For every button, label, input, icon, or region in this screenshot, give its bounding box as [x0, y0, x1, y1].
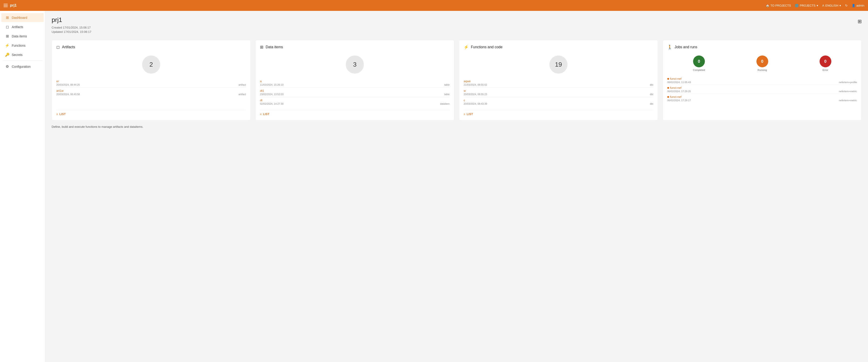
sidebar-item-data-items[interactable]: ⊞ Data items	[1, 32, 44, 40]
artifacts-list-link[interactable]: ≡ LIST	[56, 113, 246, 116]
data-item-date-1: 23/02/2024, 13:52:03	[260, 93, 283, 95]
functions-list-link[interactable]: ≡ LIST	[464, 113, 653, 116]
functions-footer: ≡ LIST	[464, 110, 653, 116]
function-name-1[interactable]: w	[464, 89, 653, 92]
job-item-0: funct-nef 08/02/2024, 11:05:43 nefertem+…	[667, 76, 857, 85]
user-menu[interactable]: 👤 admin	[852, 4, 864, 7]
data-item-type-2: dataitem	[440, 103, 450, 105]
job-item-2: funct-nef 06/02/2024, 17:29:17 nefertem+…	[667, 94, 857, 103]
sidebar-item-dashboard[interactable]: ⊞ Dashboard	[1, 13, 44, 22]
running-label: Running	[757, 68, 767, 72]
project-created: Created 17/01/2024, 15:06:17	[52, 26, 91, 29]
artifact-date-1: 20/03/2024, 08:43:58	[56, 93, 80, 95]
completed-label: Completed	[693, 68, 705, 72]
language-dropdown[interactable]: A ENGLISH ▾	[822, 4, 841, 7]
sidebar-item-configuration[interactable]: ⚙ Configuration	[1, 62, 44, 71]
data-item-1: dt1 23/02/2024, 13:52:03 table	[260, 88, 450, 97]
functions-icon: ⚡	[5, 43, 9, 48]
artifacts-footer: ≡ LIST	[56, 110, 246, 116]
artifact-date-0: 20/03/2024, 08:44:25	[56, 83, 80, 86]
jobs-list: funct-nef 08/02/2024, 11:05:43 nefertem+…	[667, 76, 857, 116]
artifacts-card-title: Artifacts	[62, 45, 75, 49]
jobs-stats: 0 Completed 0 Running 0 Error	[667, 56, 857, 72]
jobs-completed-stat: 0 Completed	[693, 56, 705, 72]
home-icon[interactable]: 🏠 TO PROJECTS	[766, 4, 791, 7]
data-items-icon: ⊞	[5, 34, 9, 38]
sidebar-item-secrets[interactable]: 🔑 Secrets	[1, 50, 44, 59]
sidebar-item-functions[interactable]: ⚡ Functions	[1, 41, 44, 50]
job-dot-1	[667, 87, 669, 89]
job-name-0[interactable]: funct-nef	[670, 77, 682, 80]
data-items-card-title: Data items	[266, 45, 283, 49]
refresh-button[interactable]: ↻	[845, 4, 848, 7]
artifact-name-0[interactable]: er	[56, 80, 246, 83]
artifacts-list: er 20/03/2024, 08:44:25 artifact art1w 2…	[56, 78, 246, 107]
data-item-0: a 11/03/2024, 15:26:10 table	[260, 78, 450, 88]
data-item-date-2: 02/02/2024, 14:27:30	[260, 103, 283, 105]
functions-card-icon: ⚡	[464, 45, 469, 50]
topnav-title: prj1	[10, 3, 17, 7]
data-item-name-2[interactable]: dt	[260, 99, 450, 102]
job-name-2[interactable]: funct-nef	[670, 95, 682, 99]
sidebar-item-label: Functions	[12, 44, 26, 47]
data-items-list: a 11/03/2024, 15:26:10 table dt1 23/02/2…	[260, 78, 450, 107]
grid-view-icon[interactable]: ⊞	[858, 19, 862, 25]
sidebar-item-label: Dashboard	[12, 16, 27, 20]
data-items-footer: ≡ LIST	[260, 110, 450, 116]
jobs-error-stat: 0 Error	[819, 56, 831, 72]
sidebar-item-artifacts[interactable]: ◻ Artifacts	[1, 22, 44, 31]
functions-count: 19	[549, 56, 567, 74]
function-type-1: dbt	[650, 93, 653, 95]
artifacts-count: 2	[142, 56, 160, 74]
projects-dropdown[interactable]: 🌐 PROJECTS ▾	[795, 4, 818, 7]
artifacts-icon: ◻	[5, 25, 9, 29]
artifact-type-0: artifact	[239, 83, 246, 86]
menu-button[interactable]	[4, 4, 8, 7]
artifact-type-1: artifact	[239, 93, 246, 95]
sidebar-item-label: Configuration	[12, 65, 31, 68]
functions-list: aqwe 21/03/2024, 08:55:02 dbt w 20/03/20…	[464, 78, 653, 107]
job-profile-2: nefertem+metric	[839, 99, 857, 102]
function-name-2[interactable]: c	[464, 99, 653, 102]
data-item-date-0: 11/03/2024, 15:26:10	[260, 83, 283, 86]
bottom-description: Define, build and execute functions to m…	[52, 125, 862, 129]
data-item-name-1[interactable]: dt1	[260, 89, 450, 92]
project-updated: Updated 17/01/2024, 15:06:17	[52, 30, 91, 33]
functions-card-title: Functions and code	[471, 45, 502, 49]
data-item-name-0[interactable]: a	[260, 80, 450, 83]
jobs-card-title: Jobs and runs	[675, 45, 698, 49]
completed-count: 0	[693, 56, 705, 67]
function-item-2: c 20/03/2024, 08:43:39 dbt	[464, 97, 653, 107]
artifact-name-1[interactable]: art1w	[56, 89, 246, 92]
sidebar-item-label: Data items	[12, 34, 27, 38]
job-date-2: 06/02/2024, 17:29:17	[667, 99, 691, 102]
data-items-card-icon: ⊞	[260, 45, 264, 50]
jobs-card: 🚶 Jobs and runs 0 Completed 0 Running	[662, 40, 862, 120]
data-items-list-link[interactable]: ≡ LIST	[260, 113, 450, 116]
project-title: prj1	[52, 16, 91, 24]
data-item-2: dt 02/02/2024, 14:27:30 dataitem	[260, 97, 450, 107]
function-date-1: 20/03/2024, 08:55:23	[464, 93, 487, 95]
job-item-1: funct-nef 06/02/2024, 17:29:25 nefertem+…	[667, 85, 857, 94]
function-name-0[interactable]: aqwe	[464, 80, 653, 83]
dashboard-icon: ⊞	[5, 16, 9, 20]
function-type-2: dbt	[650, 103, 653, 105]
job-profile-1: nefertem+metric	[839, 90, 857, 93]
artifacts-card: ◻ Artifacts 2 er 20/03/2024, 08:44:25 ar…	[52, 40, 251, 120]
sidebar: ⊞ Dashboard ◻ Artifacts ⊞ Data items ⚡ F…	[0, 11, 45, 362]
to-projects-link[interactable]: TO PROJECTS	[771, 4, 791, 7]
jobs-card-icon: 🚶	[667, 45, 672, 50]
job-date-1: 06/02/2024, 17:29:25	[667, 90, 691, 93]
artifact-item-0: er 20/03/2024, 08:44:25 artifact	[56, 78, 246, 88]
sidebar-item-label: Secrets	[12, 53, 22, 57]
sidebar-item-label: Artifacts	[12, 25, 23, 29]
error-count: 0	[819, 56, 831, 67]
main-content: prj1 Created 17/01/2024, 15:06:17 Update…	[45, 11, 868, 362]
job-profile-0: nefertem+profile	[839, 81, 857, 84]
cards-grid: ◻ Artifacts 2 er 20/03/2024, 08:44:25 ar…	[52, 40, 862, 120]
job-name-1[interactable]: funct-nef	[670, 86, 682, 89]
configuration-icon: ⚙	[5, 64, 9, 68]
topnav: prj1 🏠 TO PROJECTS 🌐 PROJECTS ▾ A ENGLIS…	[0, 0, 868, 11]
job-date-0: 08/02/2024, 11:05:43	[667, 81, 691, 84]
function-date-0: 21/03/2024, 08:55:02	[464, 83, 487, 86]
